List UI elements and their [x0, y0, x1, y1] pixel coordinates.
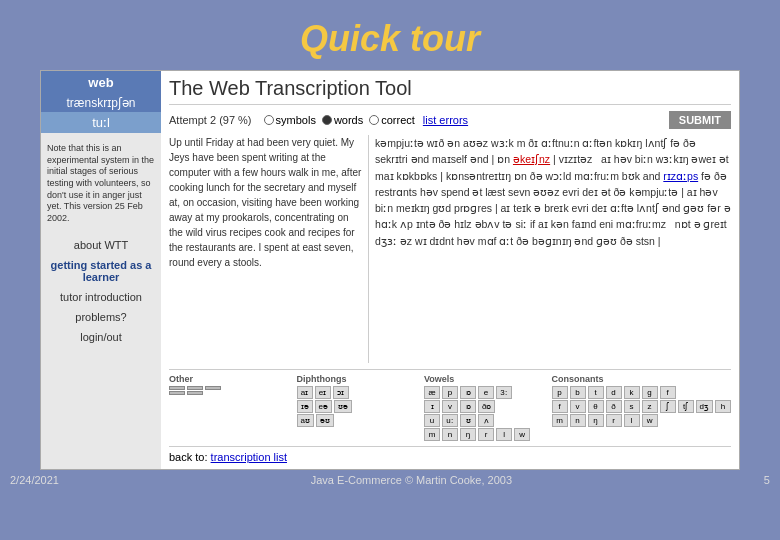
footer-copyright: Java E-Commerce © Martin Cooke, 2003: [311, 474, 512, 486]
kb-vowel-row3: u uː ʊ ʌ: [424, 414, 546, 427]
kb-key-cb[interactable]: b: [570, 386, 586, 399]
radio-correct-label: correct: [381, 114, 415, 126]
kb-key-cn[interactable]: n: [570, 414, 586, 427]
sidebar: web trænskrɪpʃən tuːl Note that this is …: [41, 71, 161, 469]
kb-key-r[interactable]: r: [478, 428, 494, 441]
kb-key-uh[interactable]: ʊ: [460, 414, 476, 427]
kb-key: [169, 391, 185, 395]
kb-key-au2[interactable]: əʊ: [316, 414, 334, 427]
kb-key-p[interactable]: p: [442, 386, 458, 399]
kb-key-l[interactable]: l: [496, 428, 512, 441]
kb-key-ctsh[interactable]: tʃ: [678, 400, 694, 413]
kb-key-do[interactable]: ðɒ: [478, 400, 495, 413]
kb-key-m[interactable]: m: [424, 428, 440, 441]
kb-diph-row3: aʊ əʊ: [297, 414, 419, 427]
slide-footer: 2/24/2021 Java E-Commerce © Martin Cooke…: [0, 470, 780, 490]
kb-cons-row1: p b t d k g f: [552, 386, 731, 399]
kb-key-oi[interactable]: ɔɪ: [333, 386, 349, 399]
kb-key-cz[interactable]: z: [642, 400, 658, 413]
kb-key-cdh[interactable]: ð: [606, 400, 622, 413]
kb-key-cw[interactable]: w: [642, 414, 658, 427]
kb-key-ei[interactable]: eɪ: [315, 386, 331, 399]
kb-key-uh2[interactable]: ʌ: [478, 414, 494, 427]
kb-key: [205, 386, 221, 390]
content-area: Up until Friday at had been very quiet. …: [169, 135, 731, 363]
radio-group: symbols words correct: [264, 114, 415, 126]
kb-key-cf[interactable]: f: [660, 386, 676, 399]
keyboard-area: Other Diphthongs aɪ eɪ ɔɪ: [169, 369, 731, 442]
sidebar-item-login[interactable]: login/out: [41, 327, 161, 347]
kb-diph-row1: aɪ eɪ ɔɪ: [297, 386, 419, 399]
kb-key-i[interactable]: ɪ: [424, 400, 440, 413]
kb-key-cs[interactable]: s: [624, 400, 640, 413]
kb-other-row1: [169, 386, 291, 390]
list-errors-label[interactable]: list errors: [423, 114, 468, 126]
kb-key-u[interactable]: u: [424, 414, 440, 427]
kb-vowel-row4: m n ŋ r l w: [424, 428, 546, 441]
kb-key-ck[interactable]: k: [624, 386, 640, 399]
kb-key-n[interactable]: n: [442, 428, 458, 441]
radio-words-circle: [322, 115, 332, 125]
kb-key-cl[interactable]: l: [624, 414, 640, 427]
kb-key-ch[interactable]: h: [715, 400, 731, 413]
kb-diph-row2: ɪə eə ʊə: [297, 400, 419, 413]
kb-key-ct[interactable]: t: [588, 386, 604, 399]
kb-key-o2[interactable]: ɒ: [460, 400, 476, 413]
transcript-right: kəmpjuːtə wɪð ən aʊəz wɜːk m ðɪ ɑːftnuːn…: [375, 135, 731, 363]
submit-button[interactable]: SUBMIT: [669, 111, 731, 129]
kb-key-cm[interactable]: m: [552, 414, 568, 427]
kb-other-row2: [169, 391, 291, 395]
sidebar-item-problems[interactable]: problems?: [41, 307, 161, 327]
footer-page: 5: [764, 474, 770, 486]
radio-words[interactable]: words: [322, 114, 363, 126]
sidebar-note: Note that this is an experimental system…: [41, 139, 161, 229]
kb-key-e[interactable]: e: [478, 386, 494, 399]
kb-diphthongs-label: Diphthongs: [297, 374, 419, 384]
kb-key-ae[interactable]: æ: [424, 386, 440, 399]
kb-key-cd[interactable]: d: [606, 386, 622, 399]
back-link-container: back to: transcription list: [169, 446, 731, 463]
kb-key: [187, 391, 203, 395]
kb-key-ea[interactable]: eə: [315, 400, 332, 413]
kb-key-w[interactable]: w: [514, 428, 530, 441]
sidebar-item-tutor[interactable]: tutor introduction: [41, 287, 161, 307]
back-label: back to:: [169, 451, 208, 463]
kb-key-ai[interactable]: aɪ: [297, 386, 313, 399]
kb-key-o[interactable]: ɒ: [460, 386, 476, 399]
kb-key-ia[interactable]: ɪə: [297, 400, 313, 413]
kb-key-cf2[interactable]: f: [552, 400, 568, 413]
kb-vowel-row2: ɪ v ɒ ðɒ: [424, 400, 546, 413]
kb-vowels-label: Vowels: [424, 374, 546, 384]
tool-title: The Web Transcription Tool: [169, 77, 731, 105]
kb-key-cv[interactable]: v: [570, 400, 586, 413]
kb-other-label: Other: [169, 374, 291, 384]
kb-key-cr[interactable]: r: [606, 414, 622, 427]
kb-key-ua[interactable]: ʊə: [334, 400, 352, 413]
radio-words-label: words: [334, 114, 363, 126]
radio-symbols[interactable]: symbols: [264, 114, 316, 126]
kb-key-csh[interactable]: ʃ: [660, 400, 676, 413]
kb-key-ul[interactable]: uː: [442, 414, 458, 427]
footer-date: 2/24/2021: [10, 474, 59, 486]
kb-cons-row2: f v θ ð s z ʃ tʃ dʒ h: [552, 400, 731, 413]
kb-key-v[interactable]: v: [442, 400, 458, 413]
radio-symbols-circle: [264, 115, 274, 125]
radio-correct-circle: [369, 115, 379, 125]
kb-key-cp[interactable]: p: [552, 386, 568, 399]
kb-key: [169, 386, 185, 390]
radio-correct[interactable]: correct: [369, 114, 415, 126]
kb-key-ng[interactable]: ŋ: [460, 428, 476, 441]
sidebar-item-getting-started[interactable]: getting started as a learner: [41, 255, 161, 287]
sidebar-web-label: web: [41, 71, 161, 94]
main-content: The Web Transcription Tool Attempt 2 (97…: [161, 71, 739, 469]
transcription-list-link[interactable]: transcription list: [211, 451, 287, 463]
kb-key-cdz[interactable]: dʒ: [696, 400, 713, 413]
keyboard-vowels: Vowels æ p ɒ e 3ː ɪ v ɒ ðɒ u uː ʊ: [424, 374, 546, 442]
kb-key-au[interactable]: aʊ: [297, 414, 314, 427]
kb-key-3[interactable]: 3ː: [496, 386, 512, 399]
kb-key-cth[interactable]: θ: [588, 400, 604, 413]
sidebar-item-about[interactable]: about WTT: [41, 235, 161, 255]
attempt-label: Attempt 2 (97 %): [169, 114, 252, 126]
kb-key-cg[interactable]: g: [642, 386, 658, 399]
kb-key-cng[interactable]: ŋ: [588, 414, 604, 427]
